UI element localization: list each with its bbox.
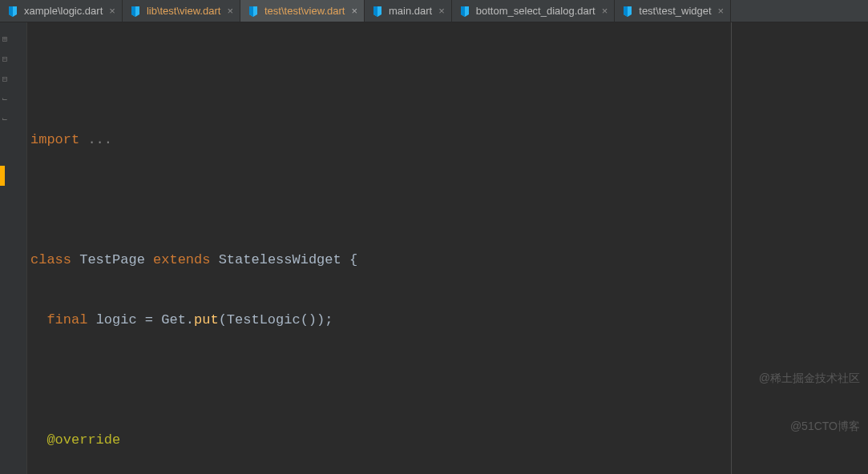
type-name: TestPage (79, 252, 153, 267)
dart-file-icon (129, 5, 142, 18)
close-icon[interactable]: × (227, 6, 233, 16)
tab-bar: xample\logic.dart×lib\test\view.dart×tes… (0, 0, 868, 22)
dart-file-icon (371, 5, 384, 18)
tab-label: bottom_select_dialog.dart (476, 5, 595, 17)
tab-label: lib\test\view.dart (147, 5, 221, 17)
tab-5[interactable]: test\test_widget× (615, 0, 731, 22)
folded-text[interactable]: ... (79, 132, 112, 147)
gutter: ⊞ ⊟ ⊟ ⌙ ⌙ (0, 22, 27, 474)
dart-file-icon (458, 5, 471, 18)
tab-3[interactable]: main.dart× (365, 0, 452, 22)
tab-label: test\test_widget (639, 5, 711, 17)
fold-icon[interactable]: ⊞ (0, 30, 10, 50)
dart-file-icon (6, 5, 19, 18)
brace: { (349, 252, 357, 267)
keyword: class (30, 252, 79, 267)
close-icon[interactable]: × (109, 6, 115, 16)
tab-1[interactable]: lib\test\view.dart× (123, 0, 240, 22)
tab-label: xample\logic.dart (24, 5, 103, 17)
close-icon[interactable]: × (438, 6, 445, 16)
tab-4[interactable]: bottom_select_dialog.dart× (452, 0, 615, 22)
function: put (194, 312, 219, 327)
fold-icon[interactable]: ⊟ (0, 50, 10, 70)
close-icon[interactable]: × (602, 6, 608, 16)
type-name: StatelessWidget (219, 252, 349, 267)
dart-file-icon (621, 5, 634, 18)
close-icon[interactable]: × (718, 6, 725, 16)
identifier: logic = Get. (96, 312, 194, 327)
ide-window: xample\logic.dart×lib\test\view.dart×tes… (0, 0, 868, 474)
keyword: extends (153, 252, 219, 267)
editor: ⊞ ⊟ ⊟ ⌙ ⌙ import ... class TestPage exte… (0, 22, 868, 474)
code-text: (TestLogic()); (219, 312, 333, 327)
fold-icon[interactable]: ⌙ (0, 110, 10, 130)
fold-icon[interactable]: ⌙ (0, 90, 10, 110)
tab-0[interactable]: xample\logic.dart× (0, 0, 123, 22)
keyword: import (30, 132, 79, 147)
current-line-highlight (27, 229, 868, 249)
tab-label: main.dart (389, 5, 432, 17)
close-icon[interactable]: × (351, 6, 357, 16)
code-area[interactable]: import ... class TestPage extends Statel… (27, 22, 868, 474)
tab-2[interactable]: test\test\view.dart× (240, 0, 365, 22)
fold-icon[interactable]: ⊟ (0, 70, 10, 90)
caret-row-indicator (0, 166, 5, 186)
keyword: final (46, 312, 95, 327)
dart-file-icon (247, 5, 260, 18)
annotation: @override (46, 432, 120, 448)
right-margin (731, 22, 732, 474)
tab-label: test\test\view.dart (264, 5, 345, 17)
